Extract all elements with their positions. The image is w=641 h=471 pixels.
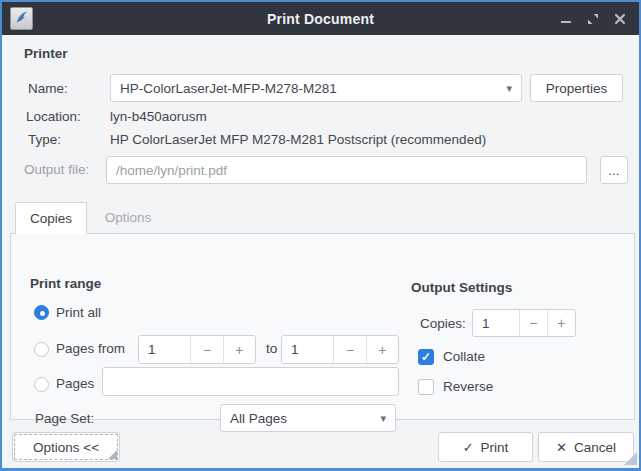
tab-copies-label: Copies xyxy=(30,211,72,226)
print-button[interactable]: ✓ Print xyxy=(438,432,533,462)
print-all-radio[interactable] xyxy=(34,305,49,320)
collate-label[interactable]: Collate xyxy=(443,349,485,364)
app-icon[interactable] xyxy=(10,7,33,30)
browse-output-file-button[interactable]: ... xyxy=(600,156,628,184)
check-icon: ✓ xyxy=(463,440,474,455)
chevron-down-icon: ▾ xyxy=(380,413,386,424)
cancel-button[interactable]: ✕ Cancel xyxy=(538,432,634,462)
copies-decrement-button[interactable]: − xyxy=(519,310,547,336)
copies-increment-button[interactable]: + xyxy=(547,310,575,336)
notebook: Copies Options Print range Print all Pag… xyxy=(10,202,635,420)
print-dialog-window: Print Document Printer Name: HP-ColorLas… xyxy=(0,0,641,471)
pages-from-radio[interactable] xyxy=(34,342,49,357)
page-set-label: Page Set: xyxy=(35,411,94,426)
print-all-label[interactable]: Print all xyxy=(56,305,101,320)
tab-copies[interactable]: Copies xyxy=(15,202,87,234)
maximize-button[interactable] xyxy=(584,10,602,28)
output-file-value: /home/lyn/print.pdf xyxy=(116,163,227,178)
printer-section-heading: Printer xyxy=(24,46,68,61)
collate-checkbox[interactable]: ✓ xyxy=(418,349,434,365)
type-value: HP ColorLaserJet MFP M278-M281 Postscrip… xyxy=(110,132,486,147)
pages-label[interactable]: Pages xyxy=(56,376,94,391)
resize-grip[interactable] xyxy=(624,452,637,465)
browse-button-label: ... xyxy=(608,163,619,178)
page-set-value: All Pages xyxy=(230,411,287,426)
page-set-combobox[interactable]: All Pages ▾ xyxy=(220,404,396,432)
type-label: Type: xyxy=(28,132,61,147)
page-to-increment-button[interactable]: + xyxy=(366,336,398,363)
reverse-label[interactable]: Reverse xyxy=(443,379,493,394)
copies-label: Copies: xyxy=(420,316,466,331)
options-toggle-button[interactable]: Options << xyxy=(12,432,120,462)
window-controls xyxy=(557,2,629,35)
location-value: lyn-b450aorusm xyxy=(110,109,207,124)
copies-value[interactable]: 1 xyxy=(473,310,519,336)
printer-name-label: Name: xyxy=(28,81,68,96)
chevron-down-icon: ▾ xyxy=(506,83,512,94)
tab-options[interactable]: Options xyxy=(87,202,169,233)
pages-from-label[interactable]: Pages from xyxy=(56,341,125,356)
page-to-decrement-button[interactable]: − xyxy=(333,336,365,363)
properties-button[interactable]: Properties xyxy=(530,74,623,102)
pages-input[interactable] xyxy=(102,367,399,396)
output-settings-heading: Output Settings xyxy=(411,280,512,295)
tab-options-label: Options xyxy=(105,210,152,225)
minimize-button[interactable] xyxy=(557,10,575,28)
page-from-increment-button[interactable]: + xyxy=(223,336,255,363)
close-icon: ✕ xyxy=(556,440,567,455)
copies-tab-panel: Print range Print all Pages from 1 − + t… xyxy=(10,233,635,420)
printer-name-value: HP-ColorLaserJet-MFP-M278-M281 xyxy=(120,81,337,96)
location-label: Location: xyxy=(26,109,81,124)
print-button-label: Print xyxy=(481,440,509,455)
output-file-label: Output file: xyxy=(24,162,89,177)
page-to-spinner[interactable]: 1 − + xyxy=(281,335,399,364)
options-button-label: Options << xyxy=(33,440,99,455)
copies-spinner[interactable]: 1 − + xyxy=(472,309,576,337)
reverse-checkbox[interactable] xyxy=(418,379,434,395)
page-from-value[interactable]: 1 xyxy=(139,336,190,363)
pages-radio[interactable] xyxy=(34,377,49,392)
quill-icon xyxy=(14,9,30,28)
window-title: Print Document xyxy=(2,11,639,27)
page-from-spinner[interactable]: 1 − + xyxy=(138,335,256,364)
check-icon: ✓ xyxy=(421,350,431,364)
cancel-button-label: Cancel xyxy=(574,440,616,455)
to-label: to xyxy=(266,341,277,356)
titlebar[interactable]: Print Document xyxy=(2,2,639,35)
page-to-value[interactable]: 1 xyxy=(282,336,333,363)
close-button[interactable] xyxy=(611,10,629,28)
page-from-decrement-button[interactable]: − xyxy=(190,336,222,363)
properties-button-label: Properties xyxy=(546,81,608,96)
printer-name-combobox[interactable]: HP-ColorLaserJet-MFP-M278-M281 ▾ xyxy=(110,74,522,102)
print-range-heading: Print range xyxy=(30,276,101,291)
output-file-field[interactable]: /home/lyn/print.pdf xyxy=(106,156,587,184)
